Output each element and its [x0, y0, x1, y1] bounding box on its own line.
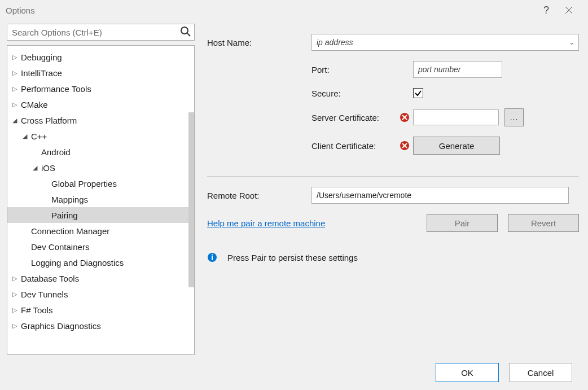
- ok-button[interactable]: OK: [436, 363, 499, 382]
- tree-item-label: iOS: [41, 163, 55, 173]
- right-panel: Host Name: ip address ⌄ Port: port numbe…: [207, 24, 579, 355]
- tree-item[interactable]: ▷CMake: [7, 97, 194, 112]
- titlebar: Options ?: [0, 0, 588, 20]
- browse-button[interactable]: ...: [504, 108, 524, 126]
- svg-line-3: [187, 33, 190, 36]
- tree-item-label: Graphics Diagnostics: [21, 321, 101, 331]
- tree-item[interactable]: ▷Performance Tools: [7, 81, 194, 97]
- tree-item-label: Logging and Diagnostics: [31, 258, 124, 268]
- tree-item[interactable]: Dev Containers: [7, 239, 194, 255]
- chevron-down-icon: ⌄: [569, 40, 574, 46]
- tree-item-label: Dev Tunnels: [21, 290, 68, 299]
- host-value: ip address: [317, 38, 353, 47]
- secure-label: Secure:: [311, 89, 413, 98]
- tree-twisty-icon: ▷: [12, 54, 17, 61]
- svg-rect-11: [212, 256, 213, 260]
- tree-twisty-icon: ▷: [12, 275, 17, 282]
- tree-item-label: Mappings: [51, 195, 88, 204]
- pair-button[interactable]: Pair: [427, 214, 498, 232]
- tree-item-label: Global Properties: [51, 179, 117, 189]
- tree-item-label: Dev Containers: [31, 242, 89, 252]
- tree-item[interactable]: ◢iOS: [7, 160, 194, 176]
- tree-item-label: CMake: [21, 100, 48, 109]
- tree-item-label: C++: [31, 132, 47, 141]
- separator: [207, 176, 579, 177]
- tree-twisty-icon: ▷: [12, 101, 17, 108]
- tree-item[interactable]: ▷Graphics Diagnostics: [7, 318, 194, 334]
- options-tree: ▷Debugging▷IntelliTrace▷Performance Tool…: [7, 45, 195, 355]
- tree-item-label: F# Tools: [21, 305, 52, 315]
- tree-twisty-icon: ◢: [12, 117, 17, 124]
- tree-item[interactable]: Logging and Diagnostics: [7, 255, 194, 270]
- scrollbar-thumb[interactable]: [188, 112, 194, 287]
- svg-point-2: [181, 27, 188, 34]
- remoteroot-label: Remote Root:: [207, 191, 311, 200]
- port-label: Port:: [311, 65, 413, 75]
- tree-item[interactable]: ▷F# Tools: [7, 302, 194, 318]
- info-text: Press Pair to persist these settings: [227, 253, 358, 262]
- tree-twisty-icon: ◢: [32, 164, 38, 172]
- tree-item[interactable]: ◢C++: [7, 128, 194, 144]
- tree-item-label: Cross Platform: [21, 116, 77, 125]
- tree-item[interactable]: Android: [7, 144, 194, 160]
- remoteroot-input[interactable]: /Users/username/vcremote: [311, 187, 569, 204]
- tree-item[interactable]: ▷Database Tools: [7, 270, 194, 286]
- help-pair-link[interactable]: Help me pair a remote machine: [207, 218, 325, 228]
- host-label: Host Name:: [207, 38, 311, 47]
- tree-item[interactable]: Connection Manager: [7, 223, 194, 239]
- cancel-button[interactable]: Cancel: [509, 363, 572, 382]
- dialog-body: ▷Debugging▷IntelliTrace▷Performance Tool…: [0, 20, 588, 355]
- tree-item-label: Debugging: [21, 52, 62, 62]
- tree-item[interactable]: ◢Cross Platform: [7, 112, 194, 128]
- help-icon[interactable]: ?: [535, 0, 558, 20]
- error-icon: [400, 112, 410, 122]
- tree-item[interactable]: ▷Dev Tunnels: [7, 286, 194, 302]
- left-panel: ▷Debugging▷IntelliTrace▷Performance Tool…: [7, 24, 195, 355]
- host-combobox[interactable]: ip address ⌄: [311, 34, 579, 51]
- servercert-input[interactable]: [413, 109, 499, 125]
- tree-item-label: Pairing: [51, 211, 78, 220]
- search-input[interactable]: [7, 24, 195, 41]
- error-icon: [400, 141, 410, 151]
- dialog-footer: OK Cancel: [0, 355, 588, 390]
- search-wrapper: [7, 24, 195, 41]
- secure-checkbox[interactable]: [413, 88, 423, 98]
- window-title: Options: [6, 6, 535, 15]
- clientcert-label: Client Certificate:: [311, 141, 376, 151]
- tree-item-label: Performance Tools: [21, 84, 91, 94]
- tree-twisty-icon: ▷: [12, 291, 17, 298]
- tree-twisty-icon: ◢: [22, 133, 28, 140]
- tree-item[interactable]: ▷Debugging: [7, 49, 194, 65]
- servercert-label: Server Certificate:: [311, 113, 379, 122]
- tree-item-label: Database Tools: [21, 274, 79, 283]
- search-icon[interactable]: [180, 26, 191, 39]
- tree-item[interactable]: ▷IntelliTrace: [7, 65, 194, 81]
- svg-rect-12: [212, 255, 213, 256]
- clientcert-label-row: Client Certificate:: [311, 141, 413, 151]
- tree-item-label: Android: [41, 147, 71, 157]
- servercert-label-row: Server Certificate:: [311, 112, 413, 122]
- close-icon[interactable]: [558, 0, 580, 20]
- tree-twisty-icon: ▷: [12, 69, 17, 77]
- revert-button[interactable]: Revert: [508, 214, 579, 232]
- port-input[interactable]: port number: [413, 61, 502, 78]
- tree-item-label: Connection Manager: [31, 226, 109, 236]
- tree-twisty-icon: ▷: [12, 322, 17, 330]
- generate-button[interactable]: Generate: [413, 137, 500, 155]
- tree-twisty-icon: ▷: [12, 85, 17, 93]
- tree-item[interactable]: Pairing: [7, 207, 194, 223]
- tree-item[interactable]: Mappings: [7, 191, 194, 207]
- tree-item[interactable]: Global Properties: [7, 176, 194, 191]
- info-icon: [207, 252, 217, 262]
- tree-twisty-icon: ▷: [12, 306, 17, 314]
- options-dialog: Options ? ▷Debugging▷IntelliTrace▷Perfor…: [0, 0, 588, 390]
- tree-item-label: IntelliTrace: [21, 68, 62, 78]
